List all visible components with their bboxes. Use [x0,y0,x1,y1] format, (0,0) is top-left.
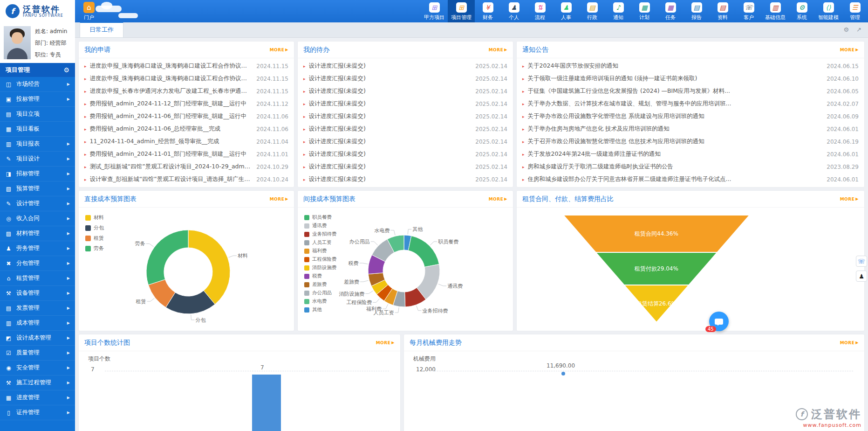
list-item[interactable]: ▸ 关于举办大数据、云计算技术在城市建设、规划、管理与服务中的应用培训班... … [522,97,859,110]
list-item[interactable]: ▸ 设计审查_彭祖新城“四馆”景观工程设计项目_请选择_胡广生_2024-10-… [84,173,288,186]
legend-item[interactable]: 业务招待费 [304,231,337,237]
legend-item[interactable]: 劳务 [85,245,104,252]
top-nav-item[interactable]: ▥ 基础信息 [762,0,789,22]
more-button[interactable]: MORE▶ [270,197,288,202]
legend-item[interactable]: 分包 [85,224,104,231]
gear-icon[interactable]: ⚙ [63,66,69,74]
top-nav-item[interactable]: ⊞ 项目管理 [448,0,475,22]
sidebar-item[interactable]: ◫ 市场经营 ▶ [0,77,75,92]
list-item[interactable]: ▸ 设计进度汇报(未提交) 2025.02.14 [303,135,507,148]
more-button[interactable]: MORE▶ [840,48,859,52]
list-item[interactable]: ▸ 关于发放2024年第24批一级建造师注册证书的通知 2024.06.01 [522,148,859,160]
nav-portal[interactable]: ⌂ 门户 [80,0,98,22]
sidebar-item[interactable]: ▥ 项目报表 ▶ [0,137,75,152]
list-item[interactable]: ▸ 设计进度汇报(未提交) 2025.02.14 [303,97,507,110]
legend-item[interactable]: 水电费 [304,298,337,305]
legend-item[interactable]: 职员餐费 [304,214,337,221]
more-button[interactable]: MORE▶ [489,48,507,52]
more-button[interactable]: MORE▶ [270,48,288,52]
legend-item[interactable]: 其他 [304,306,337,313]
top-nav-item[interactable]: ▤ 行政 [579,0,605,22]
list-item[interactable]: ▸ 费用报销_admin_2024-11-06_总经理审批__完成 2024.1… [84,123,288,135]
list-item[interactable]: ▸ 关于举办市政公用设施数字化管理信息 系统建设与应用培训班的通知 2024.0… [522,110,859,123]
sidebar-item[interactable]: ⚒ 设备管理 ▶ [0,286,75,301]
list-item[interactable]: ▸ 进度款申报_珠海鹤港口建设_珠海鹤港口建设工程合作协议书_admin_...… [84,72,288,85]
sidebar-item[interactable]: ◩ 设计成本管理 ▶ [0,331,75,346]
sidebar-item[interactable]: ▯ 证件管理 ▶ [0,405,75,420]
legend-item[interactable]: 人员工资 [304,239,337,246]
list-item[interactable]: ▸ 住房和城乡建设部办公厅关于同意吉林省开展二级建造师注册证书电子化试点... … [522,173,859,186]
top-nav-item[interactable]: ♪ 通知 [605,0,631,22]
list-item[interactable]: ▸ 测试_彭祖新城“四馆”景观工程设计项目_2024-10-29_admin_结… [84,160,288,173]
list-item[interactable]: ▸ 费用报销_admin_2024-11-01_部门经理审批_胡建__运行中 2… [84,148,288,160]
top-nav-item[interactable]: ▦ 任务 [657,0,683,22]
sidebar-item[interactable]: ◨ 招标管理 ▶ [0,167,75,181]
list-item[interactable]: ▸ 关于2024年国庆节放假安排的通知 2024.06.15 [522,60,859,72]
list-item[interactable]: ▸ 关于召开市政公用设施智慧化管理信息 信息技术与应用培训班的通知 2024.0… [522,135,859,148]
tab-daily-work[interactable]: 日常工作 [80,22,123,37]
top-nav-item[interactable]: ⚙ 系统 [789,0,815,22]
legend-item[interactable]: 差旅费 [304,281,337,288]
top-nav-item[interactable]: ⟨⟩ 智能建模 [815,0,842,22]
top-nav-item[interactable]: ☰ 管理 [842,0,868,22]
sidebar-item[interactable]: ▤ 发票管理 ▶ [0,301,75,316]
more-button[interactable]: MORE▶ [376,341,395,345]
list-item[interactable]: ▸ 进度款申报_珠海鹤港口建设_珠海鹤港口建设工程合作协议书_admin_...… [84,60,288,72]
list-item[interactable]: ▸ 关于举办住房与房地产信息化 技术及应用培训班的通知 2024.06.01 [522,123,859,135]
top-nav-item[interactable]: ♟ 个人 [501,0,527,22]
sidebar-item[interactable]: ▤ 项目立项 ▶ [0,107,75,122]
top-nav-item[interactable]: ▤ 资料 [710,0,736,22]
expand-icon[interactable]: ↗ [856,26,861,33]
sidebar-item[interactable]: ✎ 设计管理 ▶ [0,196,75,211]
more-button[interactable]: MORE▶ [489,197,507,202]
sidebar-item[interactable]: ✖ 分包管理 ▶ [0,256,75,271]
top-nav-item[interactable]: ▦ 计划 [631,0,657,22]
legend-item[interactable]: 通讯费 [304,222,337,229]
sidebar-item[interactable]: ◉ 安全管理 ▶ [0,361,75,375]
list-item[interactable]: ▸ 设计进度汇报(未提交) 2025.02.14 [303,148,507,160]
legend-item[interactable]: 材料 [85,214,104,221]
list-item[interactable]: ▸ 设计进度汇报(未提交) 2025.02.14 [303,160,507,173]
more-button[interactable]: MORE▶ [840,341,859,345]
top-nav-item[interactable]: ¥ 财务 [475,0,501,22]
list-item[interactable]: ▸ 进度款申报_长春市伊通河水力发电厂改建工程_长春市伊通河水力发电... 20… [84,85,288,97]
sidebar-item[interactable]: ▦ 进度管理 ▶ [0,390,75,405]
sidebar-item[interactable]: ⌂ 租赁管理 ▶ [0,271,75,286]
list-item[interactable]: ▸ 房和城乡建设厅关于取消二级建造师临时执业证书的公告 2023.08.29 [522,160,859,173]
list-item[interactable]: ▸ 费用报销_admin_2024-11-12_部门经理审批_胡建__运行中 2… [84,97,288,110]
top-nav-item[interactable]: ▤ 报告 [683,0,710,22]
sidebar-item[interactable]: ▧ 预算管理 ▶ [0,181,75,196]
sidebar-item[interactable]: ◎ 收入合同 ▶ [0,211,75,226]
list-item[interactable]: ▸ 设计进度汇报(未提交) 2025.02.14 [303,72,507,85]
sidebar-item[interactable]: ▨ 材料管理 ▶ [0,226,75,241]
sidebar-item[interactable]: ▣ 投标管理 ▶ [0,92,75,107]
sidebar-item[interactable]: ▦ 项目看板 ▶ [0,122,75,137]
list-item[interactable]: ▸ 设计进度汇报(未提交) 2025.02.14 [303,173,507,186]
top-nav-item[interactable]: ♟ 人事 [553,0,579,22]
sidebar-item[interactable]: ✎ 项目设计 ▶ [0,152,75,167]
list-item[interactable]: ▸ 设计进度汇报(未提交) 2025.02.14 [303,85,507,97]
tools-icon[interactable]: ⚙ [843,26,849,33]
qq-icon[interactable]: ♟ [856,271,867,282]
legend-item[interactable]: 福利费 [304,248,337,254]
list-item[interactable]: ▸ 设计进度汇报(未提交) 2025.02.14 [303,123,507,135]
sidebar-item[interactable]: ♟ 劳务管理 ▶ [0,241,75,256]
list-item[interactable]: ▸ 设计进度汇报(未提交) 2025.02.14 [303,110,507,123]
list-item[interactable]: ▸ 费用报销_admin_2024-11-06_部门经理审批_胡建__运行中 2… [84,110,288,123]
legend-item[interactable]: 工程保险费 [304,256,337,263]
phone-icon[interactable]: ☏ [856,256,867,267]
customer-service-button[interactable]: 45 [709,312,729,331]
list-item[interactable]: ▸ 设计进度汇报(未提交) 2025.02.14 [303,60,507,72]
sidebar-item[interactable]: ▥ 成本管理 ▶ [0,316,75,331]
legend-item[interactable]: 租赁 [85,235,104,242]
legend-item[interactable]: 税费 [304,273,337,279]
sidebar-item[interactable]: ☑ 质量管理 ▶ [0,346,75,361]
sidebar-item[interactable]: ⚒ 施工过程管理 ▶ [0,375,75,390]
legend-item[interactable]: 消防设施费 [304,264,337,271]
more-button[interactable]: MORE▶ [840,197,859,202]
top-nav-item[interactable]: ⇅ 流程 [527,0,553,22]
list-item[interactable]: ▸ 11_2024-11-04_admin_经营部_领导审批__完成 2024.… [84,135,288,148]
top-nav-item[interactable]: ⊞ 甲方项目 [421,0,448,22]
list-item[interactable]: ▸ 于征集《中国建筑施工行业信息化发展报告 (2024) —BIM应用与发展》材… [522,85,859,97]
top-nav-item[interactable]: ☏ 客户 [736,0,762,22]
